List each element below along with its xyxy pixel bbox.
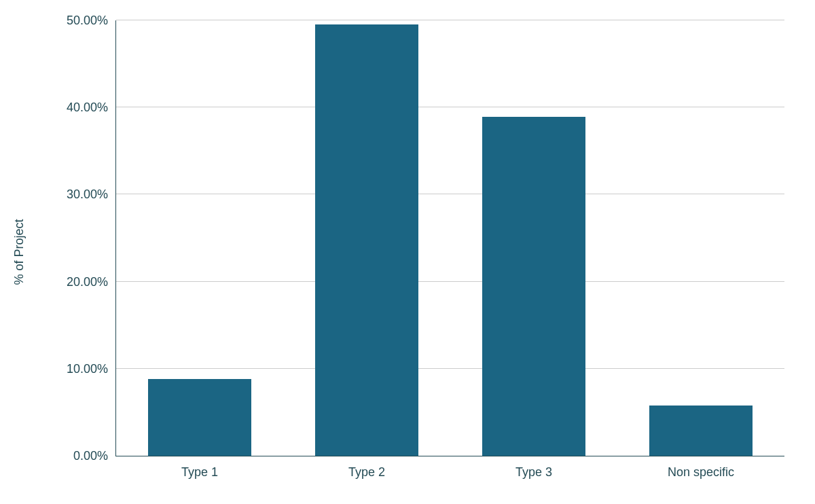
y-tick-label: 40.00% (67, 101, 108, 115)
bar-slot: Type 1 (116, 20, 283, 456)
bar-slot: Type 3 (450, 20, 617, 456)
bar (315, 24, 419, 456)
y-tick-label: 0.00% (73, 449, 108, 463)
bar-slot: Type 2 (283, 20, 450, 456)
chart-container: % of Project 0.00%10.00%20.00%30.00%40.0… (0, 0, 815, 504)
y-tick-label: 10.00% (67, 361, 108, 376)
y-tick-label: 20.00% (67, 274, 108, 289)
x-tick-label: Type 3 (515, 465, 552, 480)
x-tick-label: Type 1 (181, 465, 218, 480)
bar (649, 406, 753, 456)
y-tick-label: 30.00% (67, 187, 108, 202)
bar-slot: Non specific (617, 20, 784, 456)
bars-layer: Type 1Type 2Type 3Non specific (116, 20, 784, 456)
bar (482, 117, 586, 456)
x-tick-label: Type 2 (348, 465, 385, 480)
y-axis-label: % of Project (12, 219, 26, 285)
x-tick-label: Non specific (668, 465, 734, 480)
y-tick-label: 50.00% (67, 14, 108, 28)
plot-area: 0.00%10.00%20.00%30.00%40.00%50.00% Type… (115, 20, 784, 456)
bar (148, 379, 252, 456)
